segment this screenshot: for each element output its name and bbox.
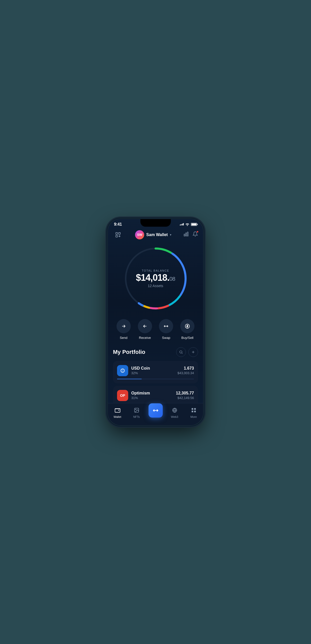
- usdc-icon: [117, 365, 128, 376]
- send-button[interactable]: Send: [113, 319, 134, 340]
- op-pct: 31%: [131, 396, 173, 400]
- balance-amount: $14,018.08: [136, 273, 175, 282]
- portfolio-header: My Portfolio: [113, 347, 198, 357]
- nav-nfts-label: NFTs: [133, 415, 140, 418]
- usdc-amount: 1.673: [177, 366, 194, 371]
- svg-point-30: [135, 409, 136, 410]
- nav-web3[interactable]: Web3: [165, 407, 184, 418]
- bottom-nav: Wallet NFTs: [108, 403, 203, 425]
- nav-more-label: More: [190, 415, 197, 418]
- battery-icon: [191, 223, 197, 226]
- status-icons: [180, 223, 197, 226]
- notification-dot: [197, 231, 199, 233]
- op-name: Optimism: [131, 391, 173, 395]
- usdc-pct: 32%: [131, 371, 174, 375]
- avatar: SW: [135, 230, 144, 239]
- op-info: Optimism 31%: [131, 391, 173, 400]
- op-usd: $42,149.56: [176, 396, 194, 400]
- send-label: Send: [120, 336, 127, 340]
- svg-line-24: [182, 353, 183, 354]
- action-buttons: Send Receive: [108, 317, 203, 345]
- svg-rect-28: [115, 409, 120, 412]
- buysell-button[interactable]: Buy/Sell: [177, 319, 198, 340]
- signal-icon: [180, 223, 184, 225]
- portfolio-title: My Portfolio: [113, 349, 145, 355]
- op-icon: OP: [117, 390, 128, 401]
- usdc-info: USD Coin 32%: [131, 366, 174, 375]
- web3-icon: [172, 407, 177, 414]
- notch: [140, 219, 171, 227]
- portfolio-add-button[interactable]: [188, 347, 198, 357]
- scan-button[interactable]: [113, 230, 123, 240]
- notification-button[interactable]: [192, 231, 198, 238]
- svg-rect-36: [194, 411, 195, 412]
- phone-frame: 9:41: [108, 219, 203, 425]
- svg-rect-33: [191, 408, 193, 410]
- chart-button[interactable]: [183, 231, 189, 238]
- nav-center[interactable]: [146, 406, 165, 420]
- usdc-values: 1.673 $43,003.34: [177, 366, 194, 375]
- center-action-button[interactable]: [149, 403, 163, 418]
- receive-label: Receive: [139, 336, 151, 340]
- svg-rect-10: [187, 232, 188, 236]
- nfts-icon: [134, 407, 139, 414]
- op-amount: 12,305.77: [176, 391, 194, 395]
- balance-center: TOTAL BALANCE $14,018.08 12 Assets: [136, 269, 175, 288]
- portfolio-search-button[interactable]: [176, 347, 186, 357]
- svg-rect-1: [119, 233, 120, 234]
- balance-ring: TOTAL BALANCE $14,018.08 12 Assets: [123, 245, 189, 311]
- swap-button[interactable]: Swap: [156, 319, 177, 340]
- usdc-progress: [117, 379, 194, 379]
- assets-count: 12 Assets: [136, 284, 175, 288]
- portfolio-actions: [176, 347, 198, 357]
- chevron-down-icon: ▾: [170, 233, 171, 237]
- nav-web3-label: Web3: [171, 415, 178, 418]
- svg-point-3: [119, 236, 120, 237]
- swap-label: Swap: [162, 336, 170, 340]
- balance-section: TOTAL BALANCE $14,018.08 12 Assets: [108, 243, 203, 317]
- wallet-selector[interactable]: SW Sam Wallet ▾: [135, 230, 171, 239]
- nav-wallet-label: Wallet: [113, 415, 121, 418]
- svg-point-23: [180, 351, 182, 353]
- screen: 9:41: [108, 219, 203, 425]
- svg-rect-9: [186, 233, 187, 236]
- receive-button[interactable]: Receive: [134, 319, 156, 340]
- wifi-icon: [185, 223, 189, 226]
- svg-rect-2: [116, 235, 118, 237]
- wallet-icon: [115, 407, 120, 414]
- nav-more[interactable]: More: [184, 407, 203, 418]
- asset-card-usdc[interactable]: USD Coin 32% 1.673 $43,003.34: [113, 361, 198, 383]
- svg-rect-8: [184, 234, 185, 236]
- balance-label: TOTAL BALANCE: [136, 269, 175, 272]
- svg-rect-0: [116, 233, 118, 234]
- nav-nfts[interactable]: NFTs: [127, 407, 146, 418]
- nav-wallet[interactable]: Wallet: [108, 407, 127, 418]
- more-icon: [191, 407, 197, 414]
- app-header: SW Sam Wallet ▾: [108, 227, 203, 243]
- usdc-usd: $43,003.34: [177, 371, 194, 375]
- svg-rect-35: [191, 411, 193, 412]
- header-right-icons: [183, 231, 198, 238]
- buysell-label: Buy/Sell: [181, 336, 193, 340]
- status-time: 9:41: [114, 222, 122, 227]
- svg-rect-34: [194, 408, 195, 410]
- op-values: 12,305.77 $42,149.56: [176, 391, 194, 400]
- wallet-name: Sam Wallet: [146, 233, 168, 237]
- usdc-name: USD Coin: [131, 366, 174, 371]
